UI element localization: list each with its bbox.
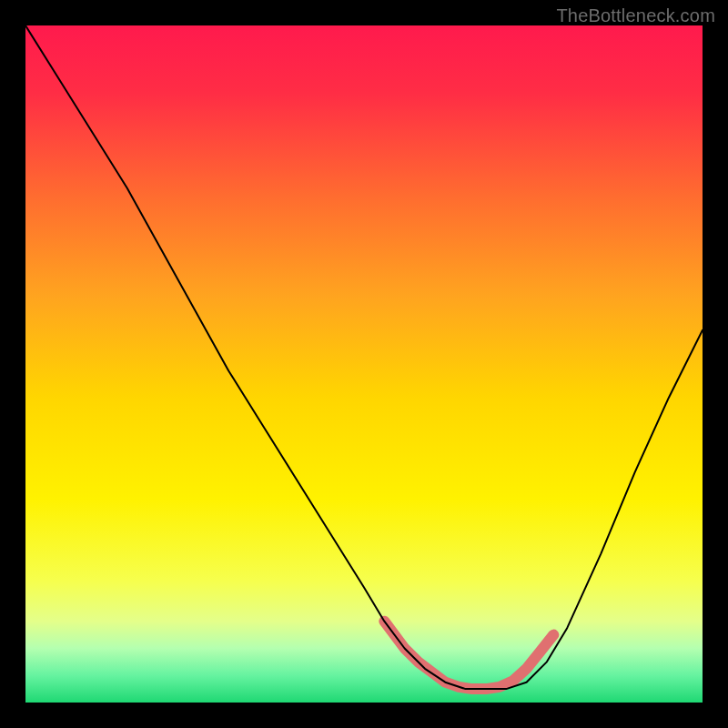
chart-plot-area [25, 25, 703, 703]
bottleneck-curve [25, 25, 703, 689]
highlight-segment [384, 622, 553, 689]
watermark-text: TheBottleneck.com [556, 5, 715, 26]
chart-curve-layer [25, 25, 703, 703]
